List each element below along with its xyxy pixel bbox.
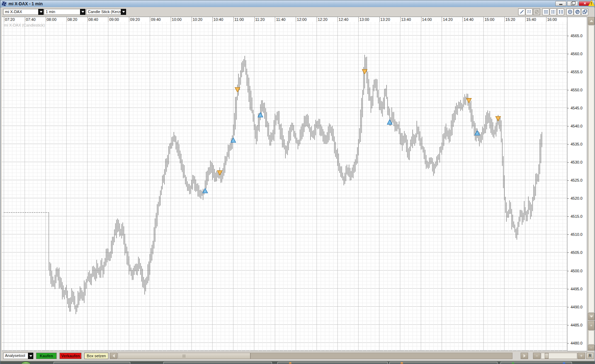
title-bar[interactable]: mi X-DAX - 1 min ✕ ! — [0, 0, 595, 7]
scroll-up-button[interactable] — [588, 17, 595, 25]
time-axis-label: 11:40 — [276, 17, 285, 22]
charttype-select-value[interactable]: Candle Stick (Kerzen — [86, 9, 121, 15]
vertical-zoom-out-button[interactable]: − — [588, 345, 595, 351]
taskbar-item[interactable] — [389, 362, 498, 364]
chevron-down-icon[interactable] — [121, 9, 126, 15]
horizontal-scroll-thumb[interactable] — [118, 353, 250, 359]
time-axis-tick — [46, 17, 46, 22]
scroll-down-button[interactable] — [588, 313, 595, 320]
indicator-lines-button[interactable] — [526, 8, 533, 15]
chevron-down-icon[interactable] — [80, 9, 85, 15]
time-axis-label: 08:20 — [68, 17, 78, 22]
horizontal-zoom-track[interactable] — [541, 353, 577, 359]
minimize-button[interactable] — [555, 1, 566, 6]
chevron-down-icon[interactable] — [38, 9, 44, 15]
chart-plot-area[interactable]: mi X-DAX (Candlestick) — [2, 22, 567, 351]
grid-medium-button[interactable] — [550, 8, 557, 15]
close-button[interactable]: ✕ ! — [579, 1, 591, 6]
time-axis-label: 15:00 — [484, 17, 494, 22]
price-axis-tick — [567, 325, 569, 325]
horizontal-zoom-thumb[interactable] — [545, 353, 549, 359]
arrow-down-icon — [590, 315, 593, 318]
set-box-button[interactable]: Box setzen — [84, 353, 108, 359]
time-axis-tick — [504, 17, 505, 22]
price-axis-tick — [567, 234, 569, 235]
price-axis-tick — [567, 144, 569, 144]
toolbar: mi X-DAX 1 min Candle Stick (Kerzen — [2, 7, 594, 17]
buy-marker — [203, 188, 208, 193]
crossed-circle-button — [533, 8, 540, 15]
buy-button[interactable]: Kaufen — [36, 353, 57, 359]
circle-hatched-button[interactable] — [574, 8, 581, 15]
price-axis-label: 4500.0 — [571, 269, 583, 273]
price-axis-tick — [567, 72, 569, 72]
taskbar-item[interactable] — [277, 362, 388, 364]
start-button[interactable] — [19, 362, 33, 364]
grid-dense-button[interactable] — [542, 8, 549, 15]
interval-select-value[interactable]: 1 min — [44, 9, 80, 15]
candlestick-chart[interactable] — [2, 22, 567, 351]
sell-button[interactable]: Verkaufen — [60, 353, 81, 359]
horizontal-zoom-out-button[interactable]: − — [533, 353, 540, 359]
windows-taskbar[interactable] — [0, 361, 595, 364]
trade-markers — [203, 69, 500, 193]
taskbar-app-icon — [401, 362, 403, 364]
indicator-lines-icon — [526, 9, 532, 15]
horizontal-scroll-track[interactable] — [250, 353, 512, 359]
analysetool-select[interactable]: Analysetool — [3, 353, 33, 359]
time-axis-label: 09:40 — [151, 17, 161, 22]
chevron-down-icon[interactable] — [28, 353, 33, 359]
price-axis-tick — [567, 162, 569, 163]
arrow-left-icon — [113, 354, 115, 358]
price-axis-tick — [567, 108, 569, 108]
restore-button[interactable] — [567, 1, 578, 6]
reset-button[interactable]: R — [586, 353, 594, 359]
grid-medium-icon — [550, 9, 556, 15]
restore-icon — [571, 2, 574, 5]
circle-dotted-button[interactable] — [566, 8, 573, 15]
symbol-select[interactable]: mi X-DAX — [3, 9, 44, 15]
price-axis-label: 4525.0 — [571, 178, 583, 182]
minimize-icon — [559, 4, 562, 5]
price-axis-label: 4540.0 — [571, 124, 583, 128]
taskbar-item[interactable] — [500, 362, 572, 364]
time-axis: 07:2007:4008:0008:2008:4009:0009:2009:40… — [2, 17, 567, 22]
price-axis-label: 4560.0 — [571, 52, 583, 56]
time-axis-label: 08:00 — [47, 17, 57, 22]
time-axis-tick — [546, 17, 546, 22]
symbol-select-value[interactable]: mi X-DAX — [3, 9, 38, 15]
time-axis-label: 10:00 — [172, 17, 182, 22]
time-axis-tick — [25, 17, 25, 22]
analysetool-select-value[interactable]: Analysetool — [3, 353, 28, 359]
horizontal-zoom-in-button[interactable]: + — [578, 353, 585, 359]
time-axis-label: 15:20 — [505, 17, 515, 22]
vertical-zoom-track[interactable] — [588, 330, 594, 345]
line-tool-button[interactable] — [518, 8, 525, 15]
time-axis-tick — [233, 17, 234, 22]
price-axis-label: 4480.0 — [571, 341, 583, 345]
taskbar-item[interactable] — [163, 362, 272, 364]
time-axis-label: 16:00 — [547, 17, 557, 22]
chart-legend: mi X-DAX (Candlestick) — [4, 23, 45, 27]
sell-marker — [466, 98, 471, 103]
time-axis-label: 07:40 — [26, 17, 36, 22]
interval-select[interactable]: 1 min — [44, 9, 85, 15]
taskbar-item[interactable] — [53, 362, 130, 364]
vertical-scrollbar: + − — [588, 17, 595, 351]
time-axis-label: 13:20 — [380, 17, 390, 22]
time-axis-tick — [254, 17, 255, 22]
grid-sparse-button[interactable] — [557, 8, 564, 15]
vertical-zoom-in-button[interactable]: + — [588, 321, 595, 330]
line-tool-icon — [519, 9, 525, 15]
time-axis-label: 12:20 — [318, 17, 328, 22]
time-axis-tick — [4, 17, 4, 22]
scroll-right-button[interactable] — [521, 353, 528, 359]
circle-hatched-icon — [574, 9, 580, 15]
price-axis-label: 4490.0 — [571, 305, 583, 309]
price-axis-label: 4485.0 — [571, 323, 583, 327]
vertical-scroll-track[interactable] — [588, 25, 594, 313]
cascade-windows-button[interactable] — [581, 8, 588, 15]
scroll-left-button[interactable] — [110, 353, 117, 359]
charttype-select[interactable]: Candle Stick (Kerzen — [86, 9, 126, 15]
time-axis-label: 14:20 — [443, 17, 453, 22]
